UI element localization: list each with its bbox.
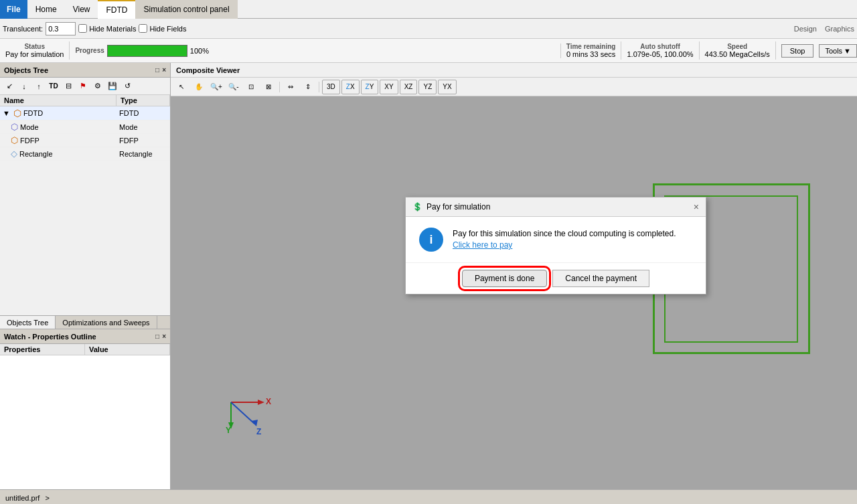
tree-btn-collapse[interactable]: ⊟ [62, 80, 75, 93]
watch-panel: Watch - Properties Outline □ × Propertie… [0, 329, 170, 489]
tree-header: Name Type [0, 95, 170, 106]
bottom-tabs: Objects Tree Optimizations and Sweeps [0, 315, 170, 329]
dialog-message-area: Pay for this simulation since the cloud … [453, 228, 676, 252]
zoom-out-btn[interactable]: 🔍- [226, 80, 242, 94]
panel-header-icons: □ × [155, 66, 166, 74]
flip-h-btn[interactable]: ⇔ [283, 80, 299, 94]
left-panel: Objects Tree □ × ↙ ↓ ↑ TD ⊟ ⚑ ⚙ 💾 ↺ Name… [0, 63, 171, 489]
stop-button[interactable]: Stop [781, 44, 814, 58]
dialog-pay-link[interactable]: Click here to pay [453, 240, 676, 250]
progress-bar [107, 45, 187, 57]
cancel-payment-button[interactable]: Cancel the payment [552, 270, 649, 287]
tree-name-cell: ◇ Rectangle [0, 147, 116, 160]
type-col-header: Type [116, 95, 170, 106]
fdtd-tab[interactable]: FDTD [98, 0, 135, 19]
maximize-icon[interactable]: □ [155, 66, 159, 74]
hide-materials-checkbox[interactable]: Hide Materials [78, 24, 136, 33]
tree-btn-gear[interactable]: ⚙ [91, 80, 104, 93]
dialog-body: i Pay for this simulation since the clou… [406, 217, 706, 262]
xz-view-btn[interactable]: XZ [400, 80, 418, 94]
flip-v-btn[interactable]: ⇕ [300, 80, 316, 94]
3d-view-btn[interactable]: 3D [322, 80, 340, 94]
viewer-toolbar: ↖ ✋ 🔍+ 🔍- ⊡ ⊠ ⇔ ⇕ 3D ZX ZY XY XZ YZ YX [171, 78, 857, 96]
dialog-titlebar: 💲 Pay for simulation × [406, 197, 706, 217]
objects-tree-header: Objects Tree □ × [0, 63, 170, 78]
filename-label: untitled.prf [5, 494, 40, 502]
zoom-selection-btn[interactable]: ⊠ [260, 80, 277, 94]
design-label: Design [794, 25, 817, 33]
table-row[interactable]: ⬡ FDFP FDFP [0, 134, 170, 147]
tree-type-cell: Rectangle [116, 149, 170, 159]
watch-header-icons: □ × [155, 333, 166, 340]
yz-view-btn[interactable]: YZ [418, 80, 437, 94]
status-bar: untitled.prf > [0, 489, 857, 504]
dialog-close-button[interactable]: × [694, 201, 699, 212]
view-menu[interactable]: View [65, 0, 98, 19]
tree-name-cell: ⬡ FDFP [0, 134, 116, 147]
tree-type-cell: Mode [116, 122, 170, 133]
tree-btn-refresh[interactable]: ↺ [121, 80, 134, 93]
zoom-in-btn[interactable]: 🔍+ [208, 80, 224, 94]
tree-btn-down[interactable]: ↓ [17, 80, 31, 93]
tree-name-cell: ⬡ Mode [0, 120, 116, 133]
zx-view-btn[interactable]: ZX [341, 80, 360, 94]
watch-maximize-icon[interactable]: □ [155, 333, 159, 340]
dialog-message: Pay for this simulation since the cloud … [453, 228, 676, 240]
watch-body [0, 355, 170, 489]
tree-btn-flag[interactable]: ⚑ [76, 80, 90, 93]
mode-icon: ⬡ [11, 122, 18, 132]
zoom-fit-btn[interactable]: ⊡ [243, 80, 259, 94]
toolbar-row: Translucent: Hide Materials Hide Fields … [0, 19, 857, 39]
tree-type-cell: FDFP [116, 135, 170, 146]
yx-view-btn[interactable]: YX [438, 80, 456, 94]
status-arrow: > [45, 494, 49, 502]
name-col-header: Name [0, 95, 116, 106]
fdfp-icon: ⬡ [11, 135, 18, 145]
zy-view-btn[interactable]: ZY [361, 80, 379, 94]
watch-header: Watch - Properties Outline □ × [0, 329, 170, 344]
cursor-tool-btn[interactable]: ↖ [173, 80, 189, 94]
time-section: Time remaining 0 mins 33 secs [561, 41, 622, 60]
table-row[interactable]: ⬡ Mode Mode [0, 120, 170, 134]
tree-btn-arrow[interactable]: ↙ [3, 80, 16, 93]
tree-type-cell: FDTD [116, 108, 170, 118]
progress-bar-section: Progress 100% [70, 44, 560, 58]
viewer-canvas: X Y Z 💲 Pay for simulation × [171, 96, 857, 489]
tree-btn-up[interactable]: ↑ [32, 80, 46, 93]
watch-close-icon[interactable]: × [162, 333, 166, 340]
tree-toolbar: ↙ ↓ ↑ TD ⊟ ⚑ ⚙ 💾 ↺ [0, 78, 170, 95]
hide-fields-checkbox[interactable]: Hide Fields [139, 24, 186, 33]
optimizations-tab[interactable]: Optimizations and Sweeps [56, 316, 157, 329]
table-row[interactable]: ▼ ⬡ FDTD FDTD [0, 106, 170, 120]
viewer-area: Composite Viewer ↖ ✋ 🔍+ 🔍- ⊡ ⊠ ⇔ ⇕ 3D ZX… [171, 63, 857, 489]
status-section: Status Pay for simulation [0, 41, 70, 60]
viewer-header: Composite Viewer [171, 63, 857, 78]
translucent-label: Translucent: [3, 25, 43, 33]
xy-view-btn[interactable]: XY [380, 80, 398, 94]
value-col: Value [85, 344, 170, 355]
tree-btn-td[interactable]: TD [47, 80, 60, 93]
tree-btn-save[interactable]: 💾 [106, 80, 119, 93]
progress-percent: 100% [190, 47, 209, 55]
pan-tool-btn[interactable]: ✋ [191, 80, 207, 94]
simulation-control-tab[interactable]: Simulation control panel [135, 0, 237, 19]
objects-tree-tab[interactable]: Objects Tree [0, 316, 56, 329]
toolbar-divider [279, 82, 280, 92]
tools-dropdown-icon: ▼ [844, 47, 851, 55]
file-menu[interactable]: File [0, 0, 27, 19]
payment-done-button[interactable]: Payment is done [462, 270, 547, 287]
tree-table: Name Type ▼ ⬡ FDTD FDTD ⬡ Mode Mode [0, 95, 170, 315]
table-row[interactable]: ◇ Rectangle Rectangle [0, 147, 170, 161]
dialog-info-icon: i [419, 228, 443, 252]
close-panel-icon[interactable]: × [162, 66, 166, 74]
menu-bar: File Home View FDTD Simulation control p… [0, 0, 857, 19]
dialog-title: 💲 Pay for simulation [412, 202, 490, 212]
fdtd-icon: ⬡ [13, 108, 21, 118]
properties-col: Properties [0, 344, 85, 355]
watch-table-header: Properties Value [0, 344, 170, 355]
home-menu[interactable]: Home [27, 0, 65, 19]
pay-for-simulation-dialog: 💲 Pay for simulation × i Pay for this si… [405, 197, 706, 295]
tools-button[interactable]: Tools ▼ [819, 44, 857, 58]
progress-row: Status Pay for simulation Progress 100% … [0, 39, 857, 63]
translucent-input[interactable] [46, 22, 76, 35]
